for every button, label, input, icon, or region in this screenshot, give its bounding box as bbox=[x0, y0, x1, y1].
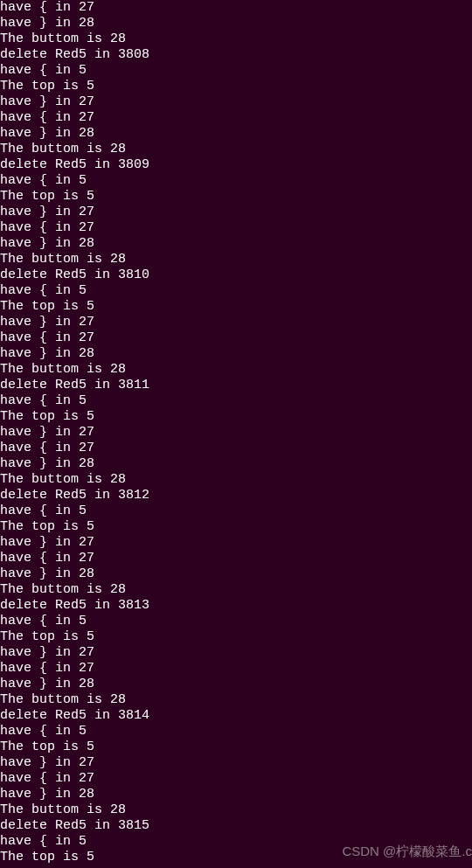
terminal-line: The buttom is 28 bbox=[0, 142, 472, 157]
terminal-line: delete Red5 in 3809 bbox=[0, 157, 472, 173]
terminal-line: have } in 28 bbox=[0, 346, 472, 362]
terminal-line: have { in 27 bbox=[0, 220, 472, 236]
terminal-line: have { in 5 bbox=[0, 63, 472, 79]
terminal-line: The top is 5 bbox=[0, 740, 472, 755]
terminal-line: delete Red5 in 3814 bbox=[0, 708, 472, 724]
terminal-line: have } in 28 bbox=[0, 16, 472, 31]
terminal-line: delete Red5 in 3813 bbox=[0, 598, 472, 614]
terminal-line: have } in 28 bbox=[0, 787, 472, 802]
terminal-line: The buttom is 28 bbox=[0, 31, 472, 47]
terminal-line: have { in 5 bbox=[0, 283, 472, 299]
terminal-line: have { in 27 bbox=[0, 441, 472, 456]
terminal-line: have { in 27 bbox=[0, 0, 472, 16]
terminal-line: have } in 28 bbox=[0, 456, 472, 472]
terminal-line: have { in 5 bbox=[0, 503, 472, 519]
terminal-line: have } in 27 bbox=[0, 535, 472, 551]
terminal-line: have } in 27 bbox=[0, 645, 472, 661]
terminal-line: The top is 5 bbox=[0, 519, 472, 535]
terminal-line: The top is 5 bbox=[0, 299, 472, 315]
terminal-line: delete Red5 in 3808 bbox=[0, 47, 472, 63]
terminal-line: The top is 5 bbox=[0, 629, 472, 645]
terminal-line: have } in 27 bbox=[0, 755, 472, 771]
terminal-line: The top is 5 bbox=[0, 189, 472, 205]
terminal-line: have { in 27 bbox=[0, 110, 472, 126]
terminal-line: have { in 27 bbox=[0, 551, 472, 566]
terminal-line: have } in 27 bbox=[0, 315, 472, 330]
terminal-line: have { in 27 bbox=[0, 771, 472, 787]
terminal-line: The buttom is 28 bbox=[0, 802, 472, 818]
terminal-line: have } in 27 bbox=[0, 205, 472, 220]
terminal-line: have { in 27 bbox=[0, 330, 472, 346]
terminal-line: have } in 28 bbox=[0, 236, 472, 252]
terminal-line: The buttom is 28 bbox=[0, 692, 472, 708]
terminal-line: have { in 5 bbox=[0, 834, 472, 850]
terminal-line: delete Red5 in 3810 bbox=[0, 267, 472, 283]
terminal-line: The buttom is 28 bbox=[0, 472, 472, 488]
terminal-line: delete Red5 in 3812 bbox=[0, 488, 472, 503]
terminal-line: delete Red5 in 3815 bbox=[0, 818, 472, 834]
terminal-line: have } in 28 bbox=[0, 566, 472, 582]
terminal-line: have } in 28 bbox=[0, 677, 472, 692]
terminal-line: The top is 5 bbox=[0, 850, 472, 865]
terminal-line: The buttom is 28 bbox=[0, 362, 472, 378]
terminal-line: have { in 5 bbox=[0, 614, 472, 629]
terminal-line: The top is 5 bbox=[0, 409, 472, 425]
terminal-line: have { in 27 bbox=[0, 661, 472, 677]
terminal-line: have { in 5 bbox=[0, 724, 472, 740]
terminal-line: have } in 27 bbox=[0, 94, 472, 110]
terminal-output: have { in 27have } in 28The buttom is 28… bbox=[0, 0, 472, 865]
terminal-line: The buttom is 28 bbox=[0, 582, 472, 598]
terminal-line: The top is 5 bbox=[0, 79, 472, 94]
terminal-line: have } in 27 bbox=[0, 425, 472, 441]
terminal-line: have } in 28 bbox=[0, 126, 472, 142]
terminal-line: The buttom is 28 bbox=[0, 252, 472, 267]
terminal-line: have { in 5 bbox=[0, 173, 472, 189]
terminal-line: delete Red5 in 3811 bbox=[0, 378, 472, 393]
terminal-line: have { in 5 bbox=[0, 393, 472, 409]
